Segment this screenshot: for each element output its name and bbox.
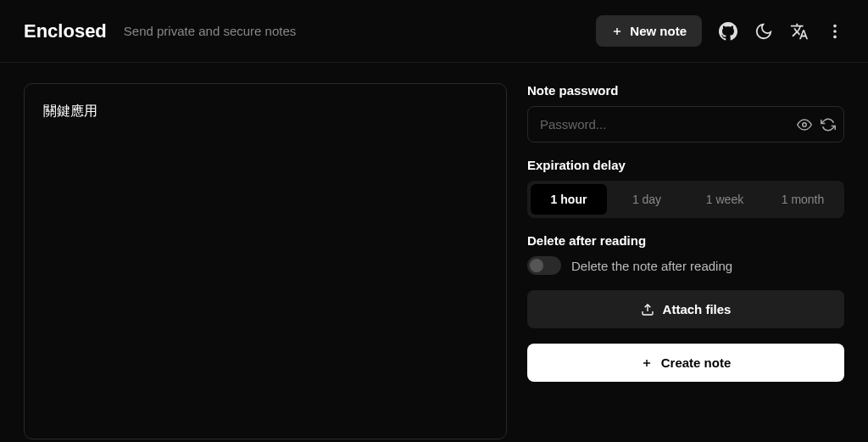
moon-icon[interactable] [754, 22, 773, 41]
expiration-tab-1month[interactable]: 1 month [765, 184, 841, 215]
app-logo[interactable]: Enclosed [24, 20, 107, 42]
svg-point-4 [833, 35, 837, 38]
expiration-label: Expiration delay [527, 158, 844, 172]
password-label: Note password [527, 83, 844, 98]
plus-icon [611, 25, 623, 37]
toggle-knob [530, 259, 543, 272]
expiration-section: Expiration delay 1 hour 1 day 1 week 1 m… [527, 158, 844, 218]
create-note-button[interactable]: Create note [527, 344, 844, 382]
refresh-icon[interactable] [821, 117, 836, 132]
language-icon[interactable] [790, 22, 809, 41]
create-note-label: Create note [661, 355, 732, 370]
expiration-tab-1day[interactable]: 1 day [609, 184, 685, 215]
password-input-wrapper [527, 106, 844, 143]
more-icon[interactable] [826, 22, 844, 41]
github-icon[interactable] [719, 22, 737, 41]
expiration-tab-1hour[interactable]: 1 hour [531, 184, 607, 215]
tagline: Send private and secure notes [124, 24, 296, 38]
new-note-label: New note [630, 24, 687, 38]
header-right: New note [596, 15, 844, 47]
toggle-label: Delete the note after reading [571, 259, 732, 273]
upload-icon [641, 303, 654, 316]
editor-content: 關鍵應用 [43, 103, 487, 120]
new-note-button[interactable]: New note [596, 15, 702, 47]
plus-icon [641, 357, 653, 369]
svg-point-5 [803, 122, 807, 126]
password-section: Note password [527, 83, 844, 143]
eye-icon[interactable] [797, 117, 812, 132]
toggle-row: Delete the note after reading [527, 256, 844, 275]
delete-after-reading-label: Delete after reading [527, 233, 844, 248]
attach-files-label: Attach files [663, 302, 732, 316]
expiration-tabs: 1 hour 1 day 1 week 1 month [527, 181, 844, 218]
delete-after-reading-section: Delete after reading Delete the note aft… [527, 233, 844, 275]
note-editor[interactable]: 關鍵應用 [24, 83, 507, 439]
delete-after-reading-toggle[interactable] [527, 256, 561, 275]
svg-point-3 [833, 30, 837, 33]
svg-point-2 [833, 24, 837, 27]
expiration-tab-1week[interactable]: 1 week [687, 184, 763, 215]
password-icons [797, 117, 836, 132]
sidebar: Note password Expiration delay 1 hour 1 … [527, 83, 844, 439]
header-left: Enclosed Send private and secure notes [24, 20, 296, 42]
header: Enclosed Send private and secure notes N… [0, 0, 868, 63]
main: 關鍵應用 Note password Expiration delay 1 h [0, 63, 868, 442]
attach-files-button[interactable]: Attach files [527, 290, 844, 328]
